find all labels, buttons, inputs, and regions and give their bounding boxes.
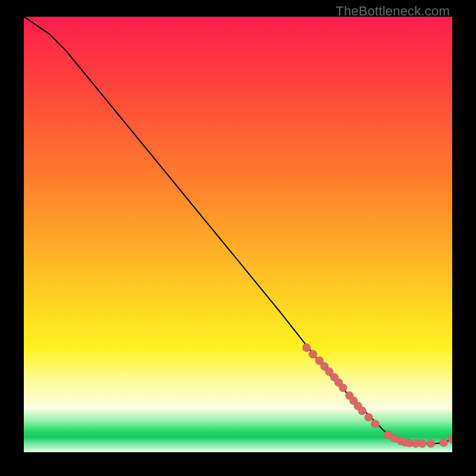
data-point xyxy=(358,407,367,415)
data-point xyxy=(440,439,448,447)
bottleneck-curve xyxy=(24,17,452,443)
data-point xyxy=(339,384,347,392)
data-point xyxy=(302,343,311,352)
data-point xyxy=(448,435,452,443)
data-point xyxy=(427,439,435,447)
data-point xyxy=(309,350,317,358)
marker-group xyxy=(302,343,452,447)
data-point xyxy=(371,419,379,428)
data-point xyxy=(365,413,373,421)
chart-frame: TheBottleneck.com xyxy=(0,0,476,476)
data-point xyxy=(418,439,427,447)
chart-overlay xyxy=(24,17,452,452)
plot-area xyxy=(24,17,452,452)
